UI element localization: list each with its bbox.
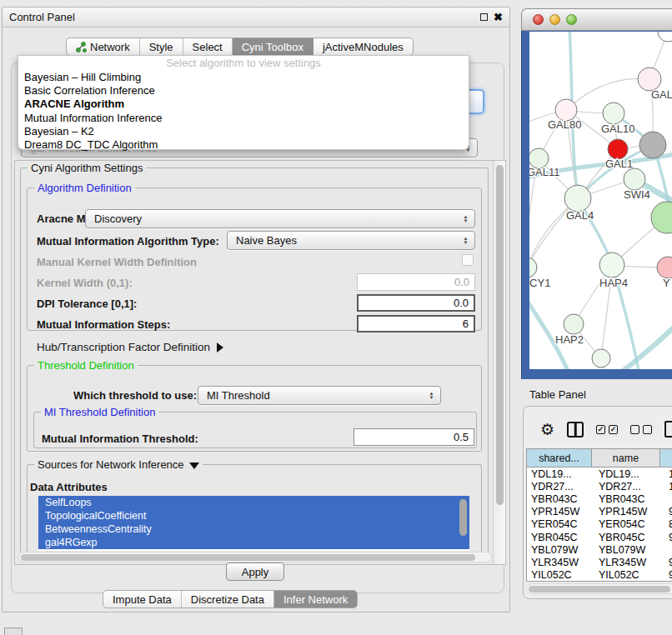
combo-stepper-icon: ▲▼ [461,233,470,248]
network-node-label: GAL80 [548,118,581,131]
column-header-shared-name[interactable]: shared... [527,449,592,467]
network-node[interactable] [564,314,584,334]
bottom-tabs: Impute Data Discretize Data Infer Networ… [103,590,358,608]
network-canvas[interactable]: GALGAL80GAL10GAL1GAL11SWI4GAL4GCY1HAP4YH… [529,32,672,369]
table-header-row: shared... name [527,449,672,468]
network-view-window: GALGAL80GAL10GAL1GAL11SWI4GAL4GCY1HAP4YH… [521,8,672,379]
tab-jactivemnodules[interactable]: jActiveMNodules [313,38,413,55]
mi-steps-field[interactable]: 6 [357,315,475,332]
table-hscrollbar[interactable] [526,583,672,594]
tab-select[interactable]: Select [183,38,233,55]
panel-title: Control Panel [9,11,75,23]
network-node[interactable] [657,257,672,278]
float-window-icon[interactable] [480,13,488,21]
which-threshold-combobox[interactable]: MI Threshold ▲▼ [198,386,441,405]
threshold-definition-title: Threshold Definition [34,359,138,372]
gear-icon[interactable]: ⚙ [540,422,554,438]
dpi-tolerance-field[interactable]: 0.0 [357,294,475,312]
tab-impute-data[interactable]: Impute Data [103,591,182,608]
attribute-list-item[interactable]: BetweennessCentrality [38,522,469,536]
algorithm-popup-placeholder: Select algorithm to view settings [18,57,469,71]
minimize-traffic-light-icon[interactable] [549,14,560,25]
network-node[interactable] [603,102,624,124]
tab-style[interactable]: Style [140,38,183,55]
data-attributes-list[interactable]: SelfLoops TopologicalCoefficient Between… [38,496,469,551]
attribute-list-item[interactable]: gal4RGexp [38,536,469,549]
tab-infer-network[interactable]: Infer Network [274,591,357,608]
network-node[interactable] [599,252,624,278]
zoom-traffic-light-icon[interactable] [566,14,577,25]
network-node[interactable] [638,68,661,91]
settings-scrollpane: Cyni Algorithm Settings Algorithm Defini… [14,160,506,565]
select-all-checkboxes-icon[interactable]: ✓✓ [596,425,618,434]
aracne-mode-combobox[interactable]: Discovery ▲▼ [85,209,475,228]
column-header-partial[interactable] [660,449,672,467]
dpi-tolerance-label: DPI Tolerance [0,1]: [37,298,137,310]
network-node[interactable] [658,32,672,42]
algorithm-popup-item[interactable]: Mutual Information Inference [18,112,469,125]
table-row[interactable]: YIL052C YIL052C 9. [527,569,672,582]
algorithm-popup-item[interactable]: Basic Correlation Inference [18,84,469,98]
network-node-label: Y [663,277,670,289]
network-node[interactable] [564,185,591,212]
network-node-label: GCY1 [529,277,550,289]
table-row[interactable]: YPR145W YPR145W 9. [527,506,672,518]
algorithm-popup: Select algorithm to view settings Bayesi… [18,55,469,150]
tab-network[interactable]: Network [67,38,140,55]
algorithm-popup-item[interactable]: Bayesian – K2 [18,125,469,138]
table-row[interactable]: YBL079W YBL079W [527,543,672,556]
attribute-list-item[interactable]: TopologicalCoefficient [38,509,469,522]
hub-definition-toggle[interactable]: Hub/Transcription Factor Definition [37,341,223,353]
collapsed-panel-button[interactable] [4,628,23,635]
combo-stepper-icon: ▲▼ [427,388,436,402]
network-window-titlebar[interactable] [521,8,672,31]
tab-network-label: Network [90,41,130,53]
close-icon[interactable]: ✖ [494,13,503,22]
column-header-name[interactable]: name [592,449,660,467]
control-panel-tabs: Network Style Select Cyni Toolbox jActiv… [66,38,414,56]
algorithm-popup-item[interactable]: ARACNE Algorithm [18,98,469,111]
algorithm-popup-item[interactable]: Dream8 DC_TDC Algorithm [18,138,469,152]
attribute-list-item[interactable]: SelfLoops [38,496,469,509]
table-row[interactable]: YDR27... YDR27... 12 [527,480,672,492]
table-panel: ⚙ ✓✓ shared... name YDL19... YDL19... 13… [523,406,672,599]
sources-group-title[interactable]: Sources for Network Inference [34,458,203,471]
kernel-width-field[interactable]: 0.0 [357,273,475,291]
table-row[interactable]: YDL19... YDL19... 13 [527,468,672,480]
deselect-all-checkboxes-icon[interactable] [630,425,652,434]
network-node[interactable] [651,202,672,233]
manual-kernel-width-checkbox[interactable] [462,254,474,266]
mi-threshold-field[interactable]: 0.5 [354,428,474,446]
network-icon [76,42,87,52]
settings-hscrollbar[interactable] [18,552,492,562]
function-builder-icon[interactable] [664,421,672,438]
columns-icon[interactable] [567,422,584,438]
algorithm-popup-item[interactable]: Bayesian – Hill Climbing [18,71,469,84]
table-row[interactable]: YBR045C YBR045C 9. [527,531,672,543]
table-row[interactable]: YER054C YER054C 8. [527,518,672,531]
attribute-list-scrollbar[interactable] [459,499,467,536]
cyni-algorithm-settings-title: Cyni Algorithm Settings [28,162,146,174]
mi-algorithm-type-combobox[interactable]: Naive Bayes ▲▼ [227,231,475,250]
network-node[interactable] [639,132,666,158]
table-row[interactable]: YBR043C YBR043C [527,492,672,505]
settings-vscrollbar[interactable] [493,161,505,564]
network-node-label: SWI4 [624,188,650,201]
mi-steps-label: Mutual Information Steps: [37,318,170,331]
tab-cyni-toolbox[interactable]: Cyni Toolbox [233,38,313,55]
table-row[interactable]: YLR345W YLR345W 9. [527,556,672,568]
node-table: shared... name YDL19... YDL19... 13 YDR2… [526,448,672,582]
kernel-width-label: Kernel Width (0,1): [37,277,133,289]
network-node[interactable] [608,139,628,159]
network-node[interactable] [592,349,610,368]
apply-button[interactable]: Apply [226,562,284,581]
data-attributes-label: Data Attributes [30,481,108,493]
network-node[interactable] [529,258,537,278]
control-panel-titlebar: Control Panel ✖ [3,8,509,28]
close-traffic-light-icon[interactable] [533,14,544,25]
table-toolbar: ⚙ ✓✓ [524,413,672,445]
mi-threshold-definition-title: MI Threshold Definition [41,406,158,418]
tab-discretize-data[interactable]: Discretize Data [182,591,274,608]
mi-threshold-label: Mutual Information Threshold: [42,432,198,445]
network-node[interactable] [624,168,645,190]
